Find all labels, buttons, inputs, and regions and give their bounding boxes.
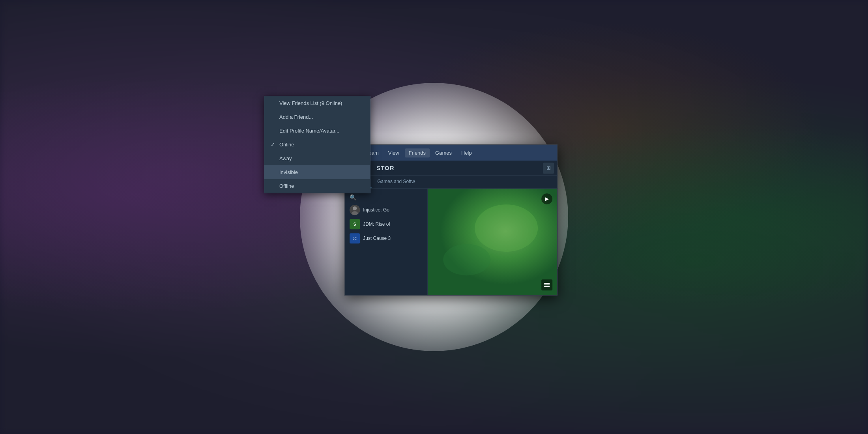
store-tabs: Home Games and Softw: [345, 176, 557, 189]
svg-point-7: [443, 244, 490, 275]
grid-view-button[interactable]: ⊞: [543, 163, 554, 174]
nav-right-icons: ⊞: [543, 163, 554, 174]
svg-point-3: [353, 206, 357, 210]
offline-label: Offline: [279, 183, 294, 189]
content-area: 🔍 Injustice: Go S JDM: Rise of: [345, 189, 557, 295]
search-icon: 🔍: [350, 194, 356, 200]
tab-games-software[interactable]: Games and Softw: [372, 176, 420, 188]
friends-dropdown-menu: View Friends List (9 Online) Add a Frien…: [264, 96, 370, 193]
banner-art: [428, 189, 557, 295]
justcause-name: Just Cause 3: [363, 236, 391, 241]
nav-bar: ← → STOR ⊞: [345, 161, 557, 176]
away-label: Away: [279, 155, 292, 161]
menu-bar: Steam View Friends Games Help: [345, 145, 557, 161]
online-label: Online: [279, 142, 294, 148]
injustice-thumb: [350, 205, 360, 215]
menu-view[interactable]: View: [384, 148, 403, 157]
justcause-thumb-label: JC: [353, 237, 357, 240]
dropdown-away[interactable]: Away: [264, 152, 370, 165]
justcause-thumb: JC: [350, 233, 360, 243]
sidebar: 🔍 Injustice: Go S JDM: Rise of: [345, 189, 428, 295]
edit-profile-label: Edit Profile Name/Avatar...: [279, 128, 339, 134]
game-item-justcause[interactable]: JC Just Cause 3: [345, 231, 427, 245]
jdm-name: JDM: Rise of: [363, 221, 390, 227]
game-item-jdm[interactable]: S JDM: Rise of: [345, 217, 427, 231]
add-friend-label: Add a Friend...: [279, 114, 313, 120]
dropdown-edit-profile[interactable]: Edit Profile Name/Avatar...: [264, 124, 370, 138]
nav-title: STOR: [376, 165, 394, 171]
dropdown-view-friends[interactable]: View Friends List (9 Online): [264, 96, 370, 110]
menu-help[interactable]: Help: [457, 148, 476, 157]
svg-point-6: [475, 204, 538, 252]
dropdown-online[interactable]: ✓ Online: [264, 138, 370, 152]
dropdown-invisible[interactable]: Invisible: [264, 165, 370, 179]
menu-games[interactable]: Games: [431, 148, 456, 157]
right-panel: ▶: [428, 189, 557, 295]
steam-window: Steam View Friends Games Help ← → STOR ⊞…: [344, 144, 557, 296]
dropdown-offline[interactable]: Offline: [264, 179, 370, 193]
banner-menu-button[interactable]: [541, 279, 552, 290]
view-friends-label: View Friends List (9 Online): [279, 100, 342, 106]
dropdown-add-friend[interactable]: Add a Friend...: [264, 110, 370, 124]
search-bar: 🔍: [345, 192, 427, 203]
banner-play-button[interactable]: ▶: [541, 193, 552, 204]
invisible-label: Invisible: [279, 169, 298, 175]
jdm-thumb-label: S: [354, 222, 356, 226]
injustice-name: Injustice: Go: [363, 207, 389, 213]
game-item-injustice[interactable]: Injustice: Go: [345, 203, 427, 217]
menu-friends[interactable]: Friends: [405, 148, 430, 157]
jdm-thumb: S: [350, 219, 360, 229]
